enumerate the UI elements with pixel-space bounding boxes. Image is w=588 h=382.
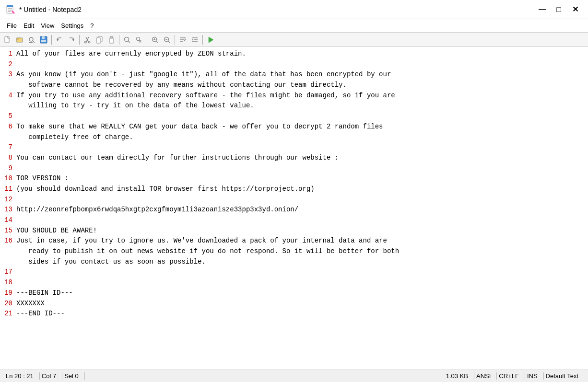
title-bar-left: * Untitled - Notepad2 bbox=[6, 5, 82, 14]
status-col: Col 7 bbox=[40, 372, 62, 380]
svg-rect-1 bbox=[7, 5, 13, 7]
status-encoding: ANSI bbox=[474, 372, 497, 380]
notepad2-icon bbox=[6, 5, 15, 14]
line-num-10: 10 bbox=[2, 174, 12, 184]
svg-rect-21 bbox=[96, 38, 101, 43]
line-num-9: 9 bbox=[2, 163, 12, 174]
status-mode: INS bbox=[525, 372, 544, 380]
toolbar-sep-2 bbox=[79, 35, 80, 45]
line-num-14: 14 bbox=[2, 215, 12, 226]
line-num-15: 15 bbox=[2, 226, 12, 236]
line-num-18: 18 bbox=[2, 278, 12, 288]
replace-button[interactable]: R bbox=[133, 34, 145, 46]
status-lineending: CR+LF bbox=[497, 372, 525, 380]
line-num-1: 1 bbox=[2, 49, 12, 59]
menu-help[interactable]: ? bbox=[87, 21, 96, 31]
svg-rect-13 bbox=[41, 40, 46, 42]
undo-button[interactable] bbox=[54, 34, 65, 46]
line-num-2: 2 bbox=[2, 59, 12, 70]
zoom-in-button[interactable] bbox=[149, 34, 161, 46]
line-num-16: 16 bbox=[2, 236, 12, 246]
status-bar: Ln 20 : 21 Col 7 Sel 0 1.03 KB ANSI CR+L… bbox=[0, 370, 588, 382]
toolbar: R bbox=[0, 33, 588, 47]
line-num-20: 20 bbox=[2, 299, 12, 309]
close-button[interactable]: ✕ bbox=[568, 4, 582, 15]
line-num-16b bbox=[2, 246, 12, 257]
svg-rect-23 bbox=[110, 36, 113, 38]
menu-view[interactable]: View bbox=[38, 21, 57, 31]
new-button[interactable] bbox=[2, 34, 13, 46]
status-size: 1.03 KB bbox=[444, 372, 474, 380]
svg-marker-43 bbox=[209, 37, 213, 43]
status-style: Default Text bbox=[544, 372, 584, 380]
toolbar-sep-3 bbox=[119, 35, 119, 45]
redo-button[interactable] bbox=[66, 34, 77, 46]
editor-area: 1 2 3 4 5 6 7 8 9 10 11 12 13 14 15 16 1… bbox=[0, 47, 588, 370]
line-numbers: 1 2 3 4 5 6 7 8 9 10 11 12 13 14 15 16 1… bbox=[0, 47, 13, 370]
line-num-5: 5 bbox=[2, 111, 12, 122]
line-num-6b bbox=[2, 132, 12, 143]
toolbar-sep-1 bbox=[51, 35, 52, 45]
line-num-21: 21 bbox=[2, 309, 12, 319]
cut-button[interactable] bbox=[82, 34, 93, 46]
svg-line-30 bbox=[156, 41, 158, 43]
line-num-3: 3 bbox=[2, 69, 12, 80]
find-button[interactable] bbox=[121, 34, 133, 46]
line-num-19: 19 bbox=[2, 288, 12, 299]
toolbar-sep-5 bbox=[175, 35, 175, 45]
svg-rect-12 bbox=[42, 36, 45, 39]
menu-bar: File Edit View Settings ? bbox=[0, 19, 588, 33]
toolbar-sep-6 bbox=[202, 35, 203, 45]
toolbar-sep-4 bbox=[147, 35, 147, 45]
menu-settings[interactable]: Settings bbox=[58, 21, 86, 31]
menu-edit[interactable]: Edit bbox=[21, 21, 37, 31]
line-num-16c bbox=[2, 257, 12, 267]
maximize-button[interactable]: □ bbox=[552, 4, 566, 15]
open-button[interactable] bbox=[14, 34, 25, 46]
svg-text:R: R bbox=[139, 40, 141, 43]
svg-line-25 bbox=[128, 41, 130, 43]
line-num-4b bbox=[2, 101, 12, 111]
svg-point-24 bbox=[125, 37, 129, 41]
line-num-13: 13 bbox=[2, 205, 12, 215]
copy-button[interactable] bbox=[94, 34, 105, 46]
svg-line-9 bbox=[33, 41, 35, 43]
title-bar-controls: — □ ✕ bbox=[535, 4, 582, 15]
line-num-8: 8 bbox=[2, 153, 12, 163]
status-sel: Sel 0 bbox=[62, 372, 85, 380]
paste-button[interactable] bbox=[106, 34, 117, 46]
line-num-17: 17 bbox=[2, 267, 12, 278]
svg-marker-42 bbox=[192, 39, 193, 41]
svg-marker-14 bbox=[57, 38, 59, 41]
text-editor[interactable]: All of your files are currently encrypte… bbox=[13, 47, 588, 370]
svg-rect-22 bbox=[109, 38, 114, 43]
svg-marker-15 bbox=[72, 38, 74, 41]
minimize-button[interactable]: — bbox=[535, 4, 550, 15]
window-title: * Untitled - Notepad2 bbox=[19, 6, 82, 13]
save-button[interactable] bbox=[38, 34, 49, 46]
line-num-6: 6 bbox=[2, 122, 12, 132]
run-button[interactable] bbox=[205, 34, 216, 46]
line-num-7: 7 bbox=[2, 142, 12, 153]
svg-line-34 bbox=[168, 41, 170, 43]
menu-file[interactable]: File bbox=[4, 21, 20, 31]
title-bar: * Untitled - Notepad2 — □ ✕ bbox=[0, 0, 588, 19]
svg-point-8 bbox=[29, 37, 33, 41]
indent-button[interactable] bbox=[189, 34, 200, 46]
line-num-11: 11 bbox=[2, 184, 12, 195]
zoom-out-button[interactable] bbox=[161, 34, 173, 46]
line-num-12: 12 bbox=[2, 195, 12, 205]
line-num-4: 4 bbox=[2, 91, 12, 101]
line-num-3b bbox=[2, 80, 12, 91]
find-files-button[interactable] bbox=[26, 34, 37, 46]
word-wrap-button[interactable] bbox=[177, 34, 188, 46]
status-position: Ln 20 : 21 bbox=[4, 372, 40, 380]
svg-rect-10 bbox=[29, 42, 33, 43]
